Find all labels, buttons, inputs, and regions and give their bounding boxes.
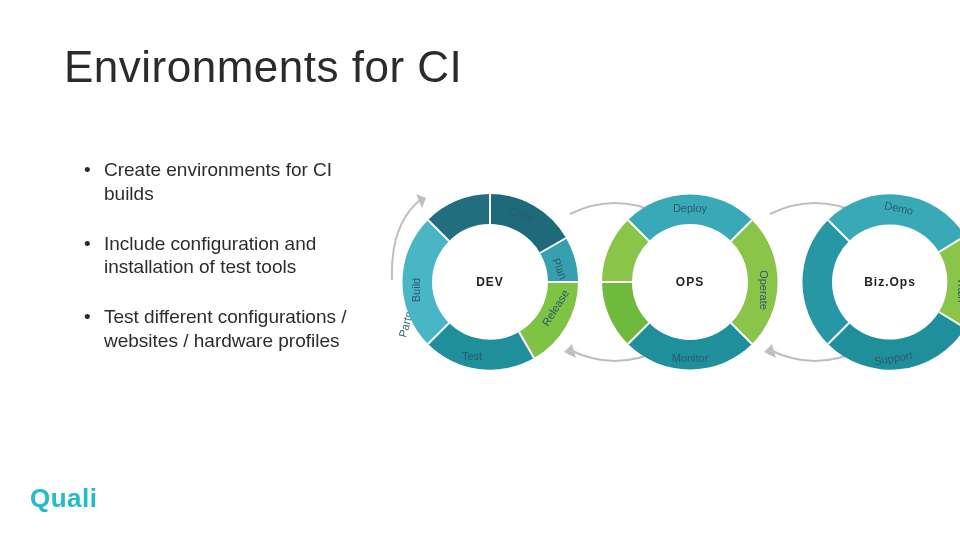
segment-label: Build <box>410 278 422 302</box>
loop-center-label: Biz.Ops <box>864 275 916 289</box>
slide-title: Environments for CI <box>64 42 462 92</box>
loop-dev: DEV Code Plan Release Test Build <box>402 194 578 370</box>
logo-text: Quali <box>30 483 98 514</box>
loop-center-label: OPS <box>676 275 704 289</box>
segment-label: Deploy <box>673 202 708 214</box>
segment-label: Monitor <box>672 352 709 364</box>
segment-label: Train <box>956 278 960 303</box>
brand-logo: Quali <box>30 483 98 514</box>
segment-label: Operate <box>758 270 770 310</box>
slide: Environments for CI Create environments … <box>0 0 960 540</box>
loop-bizops: Biz.Ops Demo Train Support <box>802 194 960 369</box>
segment-label: Test <box>462 350 482 362</box>
list-item: Create environments for CI builds <box>84 158 374 206</box>
list-item: Test different configurations / websites… <box>84 305 374 353</box>
loop-ops: OPS Deploy Operate Monitor <box>602 194 778 369</box>
list-item: Include configuration and installation o… <box>84 232 374 280</box>
loop-center-label: DEV <box>476 275 504 289</box>
devops-infinity-diagram: Partners Ecosystem DEV Code <box>370 170 960 395</box>
bullet-list: Create environments for CI builds Includ… <box>84 158 374 379</box>
